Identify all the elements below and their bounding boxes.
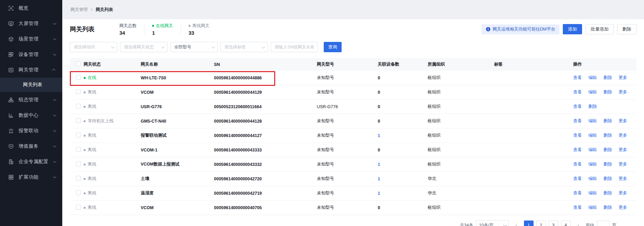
sidebar-item-data-center[interactable]: 数据中心 — [0, 108, 62, 123]
prev-page-button[interactable]: ‹ — [512, 221, 521, 226]
view-action-link[interactable]: 查看 — [573, 75, 582, 81]
sidebar-item-gateway[interactable]: 网关管理 — [0, 62, 62, 78]
breadcrumb: 网关管理 > 网关列表 — [62, 0, 644, 19]
more-action-link[interactable]: 更多 — [619, 118, 627, 124]
delete-action-link[interactable]: 删除 — [603, 118, 612, 124]
more-action-link[interactable]: 更多 — [619, 89, 627, 95]
next-page-button[interactable]: › — [573, 221, 583, 226]
row-checkbox[interactable] — [76, 75, 81, 80]
view-action-link[interactable]: 查看 — [573, 176, 582, 182]
gateway-name: VCOM-1 — [141, 148, 214, 152]
gateway-management-app: 概览 大屏管理 场景管理 设备管理 网关管理 网关列表 组态管理 数据中心 报警… — [0, 0, 644, 226]
sidebar-item-alarm[interactable]: 报警联动 — [0, 123, 62, 138]
delete-action-link[interactable]: 删除 — [603, 89, 612, 95]
gateway-status: 离线 — [84, 147, 141, 153]
stat-value: 34 — [119, 30, 137, 36]
row-checkbox[interactable] — [76, 176, 81, 181]
page-number-2[interactable]: 2 — [536, 221, 546, 226]
delete-action-link[interactable]: 删除 — [603, 205, 612, 211]
page-number-1[interactable]: 1 — [524, 221, 534, 226]
row-checkbox[interactable] — [76, 89, 81, 94]
organization-select[interactable]: 请选择组织 — [70, 42, 117, 52]
delete-action-link[interactable]: 删除 — [588, 104, 597, 110]
view-action-link[interactable]: 查看 — [573, 89, 582, 95]
row-checkbox[interactable] — [76, 104, 81, 109]
add-button[interactable]: 添加 — [563, 24, 582, 34]
delete-action-link[interactable]: 删除 — [603, 161, 612, 167]
table-row: 离线 VCOM-1 00059614000000043333 未知型号 0 根组… — [70, 143, 636, 157]
breadcrumb-parent[interactable]: 网关管理 — [71, 7, 88, 13]
edit-action-link[interactable]: 编辑 — [588, 133, 597, 138]
more-action-link[interactable]: 更多 — [619, 133, 627, 138]
sidebar-item-extension[interactable]: 扩展功能 — [0, 169, 62, 185]
view-action-link[interactable]: 查看 — [573, 205, 582, 211]
edit-action-link[interactable]: 编辑 — [588, 205, 597, 211]
more-action-link[interactable]: 更多 — [619, 75, 627, 81]
edit-action-link[interactable]: 编辑 — [588, 89, 597, 95]
view-action-link[interactable]: 查看 — [573, 147, 582, 153]
device-icon — [8, 52, 14, 57]
more-action-link[interactable]: 更多 — [619, 205, 627, 211]
batch-add-button[interactable]: 批量添加 — [586, 24, 614, 34]
device-count-link[interactable]: 1 — [378, 191, 380, 196]
gateway-status: 离线 — [84, 133, 141, 138]
status-dot — [84, 163, 86, 166]
edit-action-link[interactable]: 编辑 — [588, 75, 597, 81]
view-action-link[interactable]: 查看 — [573, 133, 582, 138]
row-checkbox[interactable] — [76, 161, 81, 166]
view-action-link[interactable]: 查看 — [573, 118, 582, 124]
model-select[interactable]: 全部型号 — [170, 42, 218, 52]
query-button[interactable]: 查询 — [324, 42, 342, 52]
chevron-icon — [53, 37, 56, 40]
row-checkbox[interactable] — [76, 133, 81, 137]
device-count-link[interactable]: 1 — [378, 162, 380, 167]
device-count-link[interactable]: 1 — [378, 177, 380, 181]
sidebar-item-enterprise[interactable]: 企业专属配置 — [0, 154, 62, 169]
delete-action-link[interactable]: 删除 — [603, 133, 612, 138]
page-number-3[interactable]: 3 — [549, 221, 558, 226]
device-count-link[interactable]: 1 — [378, 133, 380, 138]
row-checkbox[interactable] — [76, 205, 81, 210]
sidebar-item-overview[interactable]: 概览 — [0, 0, 62, 16]
row-checkbox[interactable] — [76, 190, 81, 195]
select-all-checkbox[interactable] — [76, 61, 81, 66]
edit-action-link[interactable]: 编辑 — [588, 161, 597, 167]
sidebar-item-config[interactable]: 组态管理 — [0, 92, 62, 108]
edit-action-link[interactable]: 编辑 — [588, 118, 597, 124]
goto-page-input[interactable] — [597, 221, 610, 226]
delete-button[interactable]: 删除 — [617, 24, 636, 34]
view-action-link[interactable]: 查看 — [573, 161, 582, 167]
sidebar-item-value-service[interactable]: 增值服务 — [0, 138, 62, 154]
more-action-link[interactable]: 更多 — [619, 161, 627, 167]
delete-action-link[interactable]: 删除 — [603, 190, 612, 196]
view-action-link[interactable]: 查看 — [573, 104, 582, 110]
table-row: 离线 USR-G776 00500523120600011664 USR-G77… — [70, 100, 636, 114]
page-size-select[interactable]: 10条/页 — [476, 220, 509, 226]
table-row: 离线 土壤 00059614000000042720 未知型号 1 华北 查看编… — [70, 172, 636, 186]
device-count: 1 — [378, 162, 428, 167]
delete-action-link[interactable]: 删除 — [603, 75, 612, 81]
page-number-4[interactable]: 4 — [561, 221, 571, 226]
gateway-status-select[interactable]: 请选择网关状态 — [120, 42, 168, 52]
delete-action-link[interactable]: 删除 — [603, 147, 612, 153]
row-checkbox[interactable] — [76, 147, 81, 152]
row-checkbox[interactable] — [76, 118, 81, 123]
more-action-link[interactable]: 更多 — [619, 147, 627, 153]
edit-action-link[interactable]: 编辑 — [588, 190, 597, 196]
sidebar-item-scene[interactable]: 场景管理 — [0, 31, 62, 47]
delete-action-link[interactable]: 删除 — [603, 176, 612, 182]
view-action-link[interactable]: 查看 — [573, 190, 582, 196]
stat-value: 33 — [189, 30, 210, 36]
edit-action-link[interactable]: 编辑 — [588, 176, 597, 182]
more-action-link[interactable]: 更多 — [619, 190, 627, 196]
more-action-link[interactable]: 更多 — [619, 176, 627, 182]
big-screen-icon — [8, 21, 14, 26]
sidebar-subitem-gateway-list[interactable]: 网关列表 — [0, 78, 62, 92]
search-input[interactable] — [271, 42, 318, 52]
edit-action-link[interactable]: 编辑 — [588, 147, 597, 153]
sidebar-item-screen[interactable]: 大屏管理 — [0, 16, 62, 31]
sidebar-item-device[interactable]: 设备管理 — [0, 47, 62, 62]
gateway-name: 土壤 — [141, 176, 214, 182]
tag-select[interactable]: 请选择标签 — [221, 42, 268, 52]
status-dot — [84, 192, 86, 194]
